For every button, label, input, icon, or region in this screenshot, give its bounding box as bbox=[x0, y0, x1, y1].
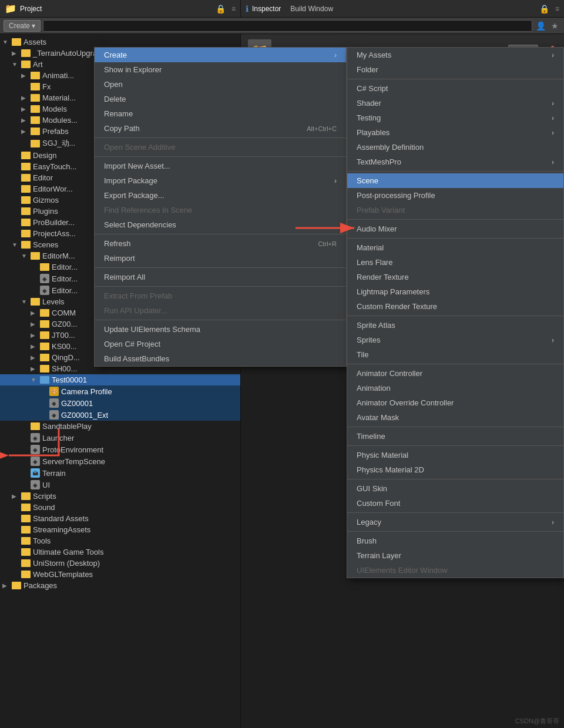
submenu-item-physics-material-2d[interactable]: Physics Material 2D bbox=[347, 462, 563, 477]
submenu-item-lens-flare[interactable]: Lens Flare bbox=[347, 255, 563, 270]
submenu-item-physic-material[interactable]: Physic Material bbox=[347, 448, 563, 462]
tree-item-camera-profile[interactable]: 🎨 Camera Profile bbox=[0, 385, 240, 397]
ctx-label: Extract From Prefab bbox=[104, 291, 172, 300]
ctx-item-build-assetbundles[interactable]: Build AssetBundles bbox=[95, 351, 346, 366]
ctx-item-copy-path[interactable]: Copy Path Alt+Ctrl+C bbox=[95, 121, 346, 136]
build-window-tab[interactable]: Build Window bbox=[290, 5, 333, 13]
submenu-item-sprites[interactable]: Sprites › bbox=[347, 333, 563, 347]
inspector-tab[interactable]: Inspector bbox=[252, 5, 281, 13]
tree-item-sandtableplay[interactable]: SandtablePlay bbox=[0, 421, 240, 432]
submenu-item-terrain-layer[interactable]: Terrain Layer bbox=[347, 548, 563, 563]
project-panel-header: 📁 Project 🔒 ≡ bbox=[0, 0, 241, 17]
submenu-item-lightmap-params[interactable]: Lightmap Parameters bbox=[347, 284, 563, 299]
tree-label: ProtoEnvironment bbox=[42, 445, 103, 454]
create-button[interactable]: Create ▾ bbox=[4, 20, 41, 32]
tree-item-scripts[interactable]: ▶ Scripts bbox=[0, 491, 240, 502]
tree-item-sound[interactable]: Sound bbox=[0, 502, 240, 513]
inspector-lock-icon[interactable]: 🔒 bbox=[539, 4, 549, 14]
unity-icon-server: ◆ bbox=[31, 457, 40, 466]
submenu-item-animation[interactable]: Animation bbox=[347, 381, 563, 395]
submenu-item-sprite-atlas[interactable]: Sprite Atlas bbox=[347, 318, 563, 333]
submenu-item-render-texture[interactable]: Render Texture bbox=[347, 270, 563, 284]
tree-item-terrain[interactable]: 🏔 Terrain bbox=[0, 467, 240, 479]
tree-label: EditorWor... bbox=[33, 184, 73, 193]
submenu-item-shader[interactable]: Shader › bbox=[347, 96, 563, 110]
submenu-item-folder[interactable]: Folder bbox=[347, 62, 563, 77]
ctx-item-refresh[interactable]: Refresh Ctrl+R bbox=[95, 236, 346, 251]
tree-arrow: ▶ bbox=[31, 321, 38, 327]
tree-label: Levels bbox=[42, 297, 65, 306]
project-tab[interactable]: Project bbox=[20, 5, 42, 13]
ctx-item-show-explorer[interactable]: Show in Explorer bbox=[95, 62, 346, 77]
camera-profile-icon: 🎨 bbox=[49, 387, 59, 396]
tree-item-test00001[interactable]: ▼ Test00001 bbox=[0, 374, 240, 385]
tree-arrow: ▼ bbox=[21, 253, 28, 259]
tree-item-tools[interactable]: Tools bbox=[0, 535, 240, 546]
hamburger-icon[interactable]: ≡ bbox=[231, 5, 236, 13]
tree-item-webgl[interactable]: WebGLTemplates bbox=[0, 569, 240, 580]
submenu-separator8 bbox=[347, 445, 563, 446]
ctx-item-export-package[interactable]: Export Package... bbox=[95, 188, 346, 203]
folder-icon bbox=[40, 376, 49, 384]
submenu-item-material[interactable]: Material bbox=[347, 240, 563, 255]
ctx-item-reimport[interactable]: Reimport bbox=[95, 251, 346, 266]
tree-item-packages[interactable]: ▶ Packages bbox=[0, 580, 240, 591]
submenu-item-tile[interactable]: Tile bbox=[347, 347, 563, 362]
submenu-item-timeline[interactable]: Timeline bbox=[347, 429, 563, 444]
ctx-item-create[interactable]: Create › bbox=[95, 48, 346, 62]
ctx-item-import-new[interactable]: Import New Asset... bbox=[95, 159, 346, 173]
submenu-item-custom-render-texture[interactable]: Custom Render Texture bbox=[347, 299, 563, 314]
person-icon[interactable]: 👤 bbox=[535, 20, 546, 32]
lock-icon[interactable]: 🔒 bbox=[216, 4, 226, 14]
tree-label: ProBuilder... bbox=[33, 218, 75, 227]
tree-item-launcher[interactable]: ◆ Launcher bbox=[0, 432, 240, 444]
tree-item-ui[interactable]: ◆ UI bbox=[0, 479, 240, 491]
ctx-item-delete[interactable]: Delete bbox=[95, 92, 346, 106]
submenu-item-assembly[interactable]: Assembly Definition bbox=[347, 140, 563, 155]
ctx-item-update-uielements[interactable]: Update UIElements Schema bbox=[95, 322, 346, 337]
submenu-item-textmeshpro[interactable]: TextMeshPro › bbox=[347, 155, 563, 169]
inspector-hamburger-icon[interactable]: ≡ bbox=[555, 5, 559, 13]
tree-item-unistorm[interactable]: UniStorm (Desktop) bbox=[0, 558, 240, 569]
ctx-item-select-deps[interactable]: Select Dependencies bbox=[95, 217, 346, 232]
tree-item-gz00001[interactable]: ◆ GZ00001 bbox=[0, 397, 240, 409]
star-icon[interactable]: ★ bbox=[549, 20, 560, 32]
folder-icon bbox=[21, 185, 31, 193]
ctx-item-rename[interactable]: Rename bbox=[95, 106, 346, 121]
ctx-separator bbox=[95, 137, 346, 138]
tree-item-proto[interactable]: ◆ ProtoEnvironment bbox=[0, 444, 240, 455]
submenu-item-avatar-mask[interactable]: Avatar Mask bbox=[347, 410, 563, 425]
ctx-label: Reimport All bbox=[104, 273, 145, 281]
ctx-separator4 bbox=[95, 267, 346, 268]
submenu-item-post-processing[interactable]: Post-processing Profile bbox=[347, 188, 563, 203]
submenu-item-animator-controller[interactable]: Animator Controller bbox=[347, 366, 563, 381]
ctx-item-open[interactable]: Open bbox=[95, 77, 346, 92]
tree-item-streaming[interactable]: StreamingAssets bbox=[0, 524, 240, 535]
submenu-item-custom-font[interactable]: Custom Font bbox=[347, 496, 563, 511]
tree-item-ultimategame[interactable]: Ultimate Game Tools bbox=[0, 546, 240, 558]
tree-label: Editor... bbox=[52, 286, 78, 295]
search-input[interactable] bbox=[43, 20, 532, 32]
submenu-item-my-assets[interactable]: My Assets › bbox=[347, 48, 563, 62]
tree-item-standardassets[interactable]: Standard Assets bbox=[0, 513, 240, 524]
submenu-arrow: › bbox=[552, 129, 554, 137]
submenu-item-testing[interactable]: Testing › bbox=[347, 110, 563, 125]
submenu-item-brush[interactable]: Brush bbox=[347, 534, 563, 548]
ctx-item-open-csharp[interactable]: Open C# Project bbox=[95, 337, 346, 351]
tree-item-server[interactable]: ◆ ServerTempScene bbox=[0, 455, 240, 467]
folder-icon bbox=[21, 548, 31, 556]
submenu-item-csharp[interactable]: C# Script bbox=[347, 81, 563, 96]
ctx-item-import-package[interactable]: Import Package › bbox=[95, 173, 346, 188]
ctx-shortcut: Alt+Ctrl+C bbox=[307, 125, 337, 132]
ctx-item-reimport-all[interactable]: Reimport All bbox=[95, 270, 346, 284]
submenu-item-animator-override[interactable]: Animator Override Controller bbox=[347, 395, 563, 410]
submenu-item-audio-mixer[interactable]: Audio Mixer bbox=[347, 222, 563, 236]
tree-arrow: ▶ bbox=[31, 365, 38, 372]
submenu-item-scene[interactable]: Scene bbox=[347, 173, 563, 188]
folder-icon bbox=[21, 174, 31, 182]
submenu-item-legacy[interactable]: Legacy › bbox=[347, 515, 563, 529]
submenu-item-gui-skin[interactable]: GUI Skin bbox=[347, 481, 563, 496]
tree-item-gz00001ext[interactable]: ◆ GZ00001_Ext bbox=[0, 409, 240, 421]
tree-item-assets[interactable]: ▼ Assets bbox=[0, 36, 240, 48]
submenu-item-playables[interactable]: Playables › bbox=[347, 125, 563, 140]
